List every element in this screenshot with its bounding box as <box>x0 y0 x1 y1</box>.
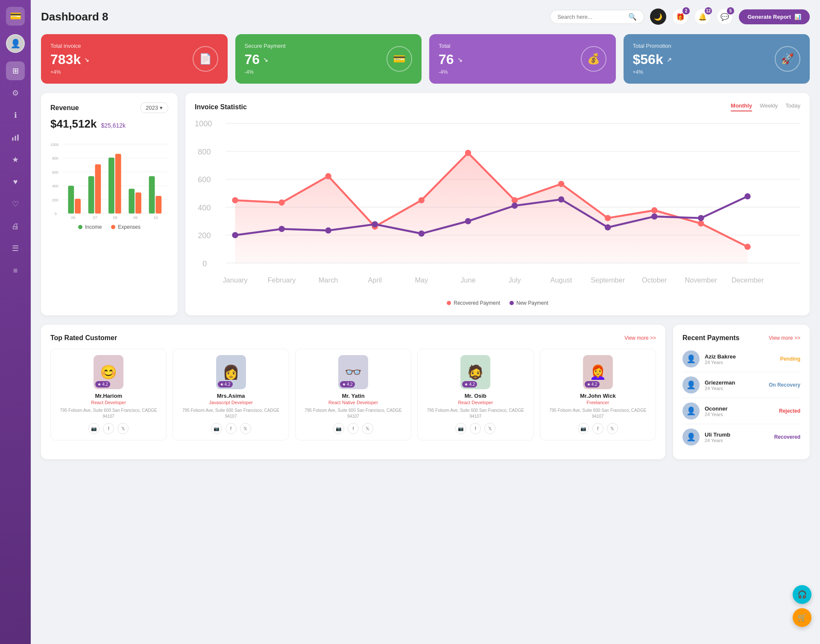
payment-avatar-1: 👤 <box>682 376 700 393</box>
payment-avatar-3: 👤 <box>682 428 700 446</box>
svg-rect-22 <box>115 154 121 213</box>
tab-today[interactable]: Today <box>785 102 800 111</box>
svg-text:1000: 1000 <box>195 119 212 128</box>
facebook-icon-1[interactable]: f <box>226 423 237 434</box>
bottom-row: Top Rated Customer View more >> 😊 ★ 4.2 … <box>41 325 810 459</box>
twitter-icon-2[interactable]: 𝕏 <box>362 423 373 434</box>
invoice-card-header: Invoice Statistic Monthly Weekly Today <box>195 102 800 111</box>
revenue-title: Revenue <box>50 104 79 112</box>
twitter-icon-4[interactable]: 𝕏 <box>607 423 618 434</box>
bell-button[interactable]: 🔔 12 <box>694 9 711 25</box>
customer-card-3: 🧔 ★ 4.2 Mr. Osib React Developer 795 Fol… <box>417 349 533 440</box>
sidebar-item-star[interactable]: ★ <box>6 150 25 169</box>
sidebar-item-info[interactable]: ℹ <box>6 106 25 125</box>
twitter-icon-3[interactable]: 𝕏 <box>484 423 495 434</box>
facebook-icon-4[interactable]: f <box>592 423 603 434</box>
stat-icon-payment: 💳 <box>387 46 412 72</box>
stat-cards: Total invoice 783k ↘ +4% 📄 Secure Paymen… <box>41 34 810 84</box>
svg-marker-54 <box>235 153 748 263</box>
sidebar-item-menu[interactable]: ☰ <box>6 239 25 258</box>
customer-role-4: Freelancer <box>545 400 651 405</box>
customer-addr-2: 795 Folsom Ave, Suite 600 San Francisco,… <box>300 408 407 420</box>
instagram-icon-4[interactable]: 📷 <box>578 423 589 434</box>
user-avatar[interactable]: 👤 <box>6 34 25 53</box>
cart-float-button[interactable]: 🛒 <box>793 608 811 627</box>
invoice-legend: Recovered Payment New Payment <box>195 300 800 306</box>
svg-rect-16 <box>75 199 81 213</box>
sidebar-item-analytics[interactable] <box>6 128 25 147</box>
chat-button[interactable]: 💬 5 <box>717 9 733 25</box>
dark-mode-button[interactable]: 🌙 <box>650 9 666 25</box>
twitter-icon-1[interactable]: 𝕏 <box>240 423 251 434</box>
svg-rect-18 <box>88 176 94 214</box>
sidebar-item-heart[interactable]: ♥ <box>6 172 25 191</box>
instagram-icon-1[interactable]: 📷 <box>211 423 222 434</box>
sidebar-item-dashboard[interactable]: ⊞ <box>6 61 25 80</box>
stat-card-invoice: Total invoice 783k ↘ +4% 📄 <box>41 34 228 84</box>
stat-trend-total: -4% <box>439 69 463 75</box>
stat-value-promotion: $56k <box>633 52 663 67</box>
main-content: Dashboard 8 🔍 🌙 🎁 2 🔔 12 💬 5 Generate Re… <box>31 0 820 644</box>
customer-name-4: Mr.John Wick <box>545 393 651 399</box>
invoice-statistic-card: Invoice Statistic Monthly Weekly Today 1… <box>185 93 810 315</box>
payment-status-0: Pending <box>780 356 800 362</box>
customer-addr-3: 795 Folsom Ave, Suite 600 San Francisco,… <box>422 408 529 420</box>
revenue-bar-chart: 1000 800 600 400 200 0 06 07 08 <box>50 136 168 220</box>
generate-report-button[interactable]: Generate Report 📊 <box>739 9 810 24</box>
svg-text:July: July <box>508 276 521 284</box>
svg-point-65 <box>698 220 704 227</box>
sidebar-item-heart2[interactable]: ♡ <box>6 195 25 213</box>
search-box[interactable]: 🔍 <box>550 10 644 24</box>
support-float-button[interactable]: 🎧 <box>793 585 811 604</box>
tab-monthly[interactable]: Monthly <box>731 102 752 111</box>
facebook-icon-3[interactable]: f <box>470 423 481 434</box>
twitter-icon-0[interactable]: 𝕏 <box>117 423 129 434</box>
customers-view-more[interactable]: View more >> <box>624 335 656 341</box>
svg-point-69 <box>325 227 331 234</box>
instagram-icon-2[interactable]: 📷 <box>333 423 344 434</box>
customer-name-0: Mr.Hariom <box>55 393 162 399</box>
svg-text:0: 0 <box>55 212 57 216</box>
stat-trend-invoice: +4% <box>50 69 89 75</box>
stat-trend-promotion: +4% <box>633 69 672 75</box>
payment-status-3: Recovered <box>774 434 800 440</box>
svg-text:June: June <box>460 276 475 284</box>
stat-value-invoice: 783k <box>50 52 81 67</box>
svg-point-61 <box>512 197 518 204</box>
stat-card-promotion: Total Promotion $56k ↗ +4% 🚀 <box>624 34 810 84</box>
customer-role-3: React Developer <box>422 400 529 405</box>
gift-button[interactable]: 🎁 2 <box>672 9 688 25</box>
year-selector[interactable]: 2023 ▾ <box>140 102 168 113</box>
sidebar-item-settings[interactable]: ⚙ <box>6 84 25 102</box>
sidebar: 💳 👤 ⊞ ⚙ ℹ ★ ♥ ♡ 🖨 ☰ ≡ <box>0 0 31 644</box>
payments-view-more[interactable]: View more >> <box>769 335 800 341</box>
customer-addr-1: 795 Folsom Ave, Suite 600 San Francisco,… <box>177 408 284 420</box>
svg-rect-0 <box>12 137 14 141</box>
facebook-icon-0[interactable]: f <box>103 423 114 434</box>
sidebar-logo[interactable]: 💳 <box>6 7 25 26</box>
tab-weekly[interactable]: Weekly <box>760 102 778 111</box>
payment-age-2: 24 Years <box>705 412 774 417</box>
payment-name-0: Aziz Bakree <box>705 353 775 360</box>
sidebar-item-list[interactable]: ≡ <box>6 261 25 280</box>
income-label: Income <box>85 224 102 230</box>
payment-age-0: 24 Years <box>705 360 775 365</box>
svg-point-68 <box>278 226 285 232</box>
instagram-icon-3[interactable]: 📷 <box>455 423 466 434</box>
stat-label-promotion: Total Promotion <box>633 43 672 49</box>
floating-buttons: 🎧 🛒 <box>793 585 811 627</box>
svg-point-59 <box>419 197 425 204</box>
rating-badge-4: ★ 4.2 <box>585 381 600 388</box>
stat-label-invoice: Total invoice <box>50 43 89 49</box>
svg-text:November: November <box>685 276 718 284</box>
stat-trend-payment: -4% <box>245 69 286 75</box>
legend-expenses: Expenses <box>111 224 141 230</box>
svg-text:200: 200 <box>198 231 211 240</box>
svg-text:400: 400 <box>52 184 59 188</box>
facebook-icon-2[interactable]: f <box>348 423 359 434</box>
customer-socials-0: 📷 f 𝕏 <box>55 423 162 434</box>
instagram-icon-0[interactable]: 📷 <box>88 423 100 434</box>
svg-point-71 <box>419 230 425 237</box>
search-input[interactable] <box>557 14 625 20</box>
sidebar-item-print[interactable]: 🖨 <box>6 217 25 236</box>
